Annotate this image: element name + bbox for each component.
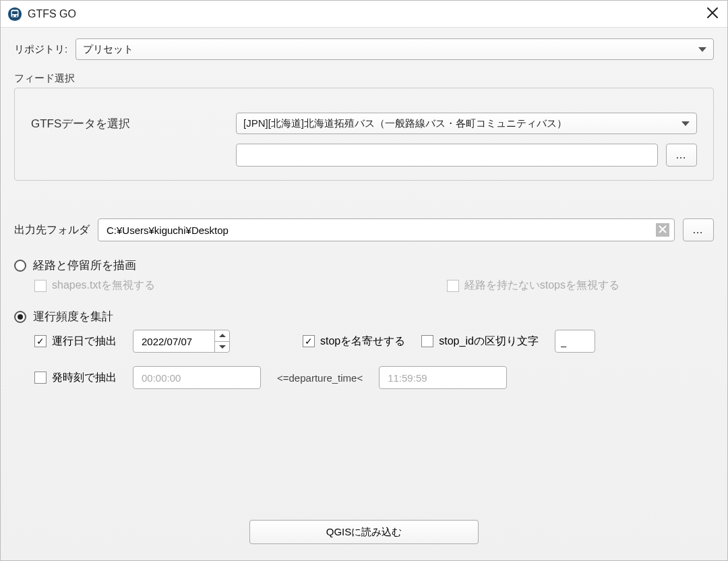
checkbox-icon (421, 335, 433, 347)
check-ignore-shapes[interactable]: shapes.txtを無視する (34, 278, 155, 293)
time-end-value: 11:59:59 (388, 372, 427, 384)
repository-combo[interactable]: プリセット (75, 38, 714, 60)
time-operator-label: <=departure_time< (277, 372, 363, 384)
dialog-body: リポジトリ: プリセット フィード選択 GTFSデータを選択 [JPN][北海道… (1, 28, 727, 560)
check-by-date[interactable]: 運行日で抽出 (34, 334, 117, 349)
date-spin-field[interactable]: 2022/07/07 (133, 330, 230, 353)
radio-icon (14, 311, 26, 323)
load-qgis-button[interactable]: QGISに読み込む (249, 520, 479, 544)
clear-output-button[interactable] (656, 223, 669, 237)
app-icon (7, 7, 22, 22)
freq-options: 運行日で抽出 2022/07/07 stopを名寄せする (14, 330, 714, 389)
checkbox-icon (447, 280, 459, 292)
close-button[interactable] (704, 6, 721, 22)
check-by-time[interactable]: 発時刻で抽出 (34, 371, 117, 385)
feed-group-label: フィード選択 (14, 72, 714, 85)
draw-sub-options: shapes.txtを無視する 経路を持たないstopsを無視する (14, 278, 714, 293)
window-title: GTFS GO (28, 8, 704, 20)
date-spin-up[interactable] (215, 330, 229, 342)
checkbox-icon (34, 372, 47, 384)
gtfs-select-label: GTFSデータを選択 (31, 116, 220, 131)
output-folder-wrapper (98, 218, 675, 241)
checkbox-icon (34, 335, 47, 347)
feed-group: フィード選択 GTFSデータを選択 [JPN][北海道]北海道拓殖バス（一般路線… (14, 72, 714, 181)
output-folder-input[interactable] (105, 224, 651, 237)
radio-aggregate-freq[interactable]: 運行頻度を集計 (14, 309, 714, 324)
load-qgis-label: QGISに読み込む (326, 526, 402, 539)
time-end-field[interactable]: 11:59:59 (379, 366, 507, 389)
repository-label: リポジトリ: (14, 43, 67, 56)
gtfs-path-field[interactable] (236, 144, 658, 167)
chevron-down-icon (681, 121, 690, 126)
date-spin-down[interactable] (215, 342, 229, 353)
date-spin-buttons (214, 330, 229, 352)
time-start-value: 00:00:00 (142, 372, 181, 384)
repository-row: リポジトリ: プリセット (14, 38, 714, 60)
check-stopid-sep[interactable]: stop_idの区切り文字 (421, 334, 539, 349)
check-ignore-stops[interactable]: 経路を持たないstopsを無視する (447, 278, 619, 293)
gtfs-path-input[interactable] (243, 149, 650, 162)
gtfs-data-selected: [JPN][北海道]北海道拓殖バス（一般路線バス・各町コミュニティバス） (243, 117, 567, 130)
svg-rect-2 (12, 11, 18, 14)
check-merge-stops-label: stopを名寄せする (320, 334, 405, 349)
output-row: 出力先フォルダ … (14, 218, 714, 241)
gtfs-browse-button[interactable]: … (666, 144, 697, 167)
titlebar: GTFS GO (1, 1, 727, 28)
radio-draw-label: 経路と停留所を描画 (33, 258, 136, 273)
mode-draw-block: 経路と停留所を描画 shapes.txtを無視する 経路を持たないstopsを無… (14, 254, 714, 293)
gtfs-data-combo[interactable]: [JPN][北海道]北海道拓殖バス（一般路線バス・各町コミュニティバス） (236, 113, 697, 134)
chevron-down-icon (698, 47, 706, 52)
ellipsis-icon: … (692, 224, 704, 236)
check-ignore-stops-label: 経路を持たないstopsを無視する (464, 278, 619, 293)
repository-selected: プリセット (83, 43, 133, 56)
output-browse-button[interactable]: … (683, 218, 714, 241)
svg-point-4 (16, 15, 18, 16)
stopid-sep-input[interactable] (555, 330, 595, 353)
svg-point-3 (12, 15, 13, 16)
check-merge-stops[interactable]: stopを名寄せする (303, 334, 405, 349)
time-start-field[interactable]: 00:00:00 (133, 366, 261, 389)
checkbox-icon (303, 335, 315, 347)
output-folder-field[interactable] (98, 218, 675, 241)
close-icon (659, 225, 667, 235)
check-by-time-label: 発時刻で抽出 (52, 371, 117, 385)
mode-freq-block: 運行頻度を集計 運行日で抽出 2022/07/07 (14, 305, 714, 389)
output-folder-label: 出力先フォルダ (14, 223, 90, 237)
footer: QGISに読み込む (14, 516, 714, 552)
freq-line-2: 発時刻で抽出 00:00:00 <=departure_time< 11:59:… (34, 366, 714, 389)
freq-line-1: 運行日で抽出 2022/07/07 stopを名寄せする (34, 330, 714, 353)
date-value: 2022/07/07 (133, 330, 214, 352)
radio-draw-routes-stops[interactable]: 経路と停留所を描画 (14, 258, 714, 273)
close-icon (706, 7, 719, 21)
radio-icon (14, 260, 26, 272)
checkbox-icon (34, 280, 47, 292)
dialog-window: GTFS GO リポジトリ: プリセット フィード選択 GTFSデータを選択 (0, 0, 728, 561)
radio-freq-label: 運行頻度を集計 (33, 309, 113, 324)
check-by-date-label: 運行日で抽出 (52, 334, 117, 349)
ellipsis-icon: … (675, 149, 688, 161)
chevron-up-icon (219, 334, 226, 337)
chevron-down-icon (219, 345, 226, 349)
feed-groupbox: GTFSデータを選択 [JPN][北海道]北海道拓殖バス（一般路線バス・各町コミ… (14, 88, 714, 181)
check-ignore-shapes-label: shapes.txtを無視する (52, 278, 155, 293)
check-stopid-sep-label: stop_idの区切り文字 (439, 334, 539, 349)
